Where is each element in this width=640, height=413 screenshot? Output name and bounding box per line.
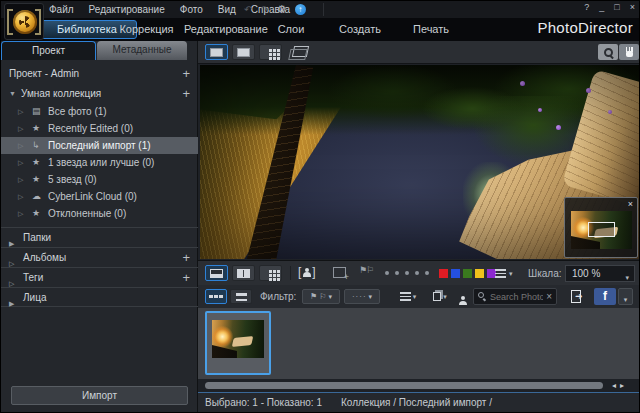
- redo-icon[interactable]: ↷: [260, 4, 268, 15]
- search-clear-icon[interactable]: ×: [546, 291, 552, 302]
- menu-photo[interactable]: Фото: [180, 4, 203, 15]
- add-tag-button[interactable]: +: [182, 268, 190, 288]
- expand-caret-icon[interactable]: ▷: [18, 103, 23, 120]
- pan-tool-button[interactable]: [619, 44, 639, 60]
- scrollbar-thumb[interactable]: [205, 382, 603, 389]
- tab-adjustment[interactable]: Коррекция: [114, 18, 179, 41]
- flag-picks-icons[interactable]: ⚑⚐: [359, 265, 373, 275]
- tree-item-label: 5 звезд (0): [48, 171, 97, 188]
- expand-caret-icon[interactable]: ▷: [18, 137, 23, 154]
- add-smart-collection-button[interactable]: +: [182, 85, 190, 102]
- smart-collection-header-row[interactable]: ▼ Умная коллекция +: [1, 85, 198, 102]
- expand-caret-icon[interactable]: ▷: [18, 154, 23, 171]
- layout-grid-button[interactable]: [259, 265, 282, 281]
- dropdown-caret-icon: ▾: [624, 296, 628, 303]
- tree-item-five-star[interactable]: ▷ ★ 5 звезд (0): [1, 171, 198, 188]
- rating-dot[interactable]: [395, 271, 399, 275]
- viewer-toolbar: [198, 41, 640, 64]
- color-label-blue[interactable]: [451, 269, 460, 278]
- rating-dot[interactable]: [405, 271, 409, 275]
- tab-edit[interactable]: Редактирование: [184, 18, 264, 41]
- section-tags[interactable]: ▷ Теги +: [1, 267, 198, 287]
- zoom-tool-button[interactable]: [598, 44, 618, 60]
- scrollbar-arrows[interactable]: ◂▸: [612, 380, 628, 391]
- help-button[interactable]: ?: [584, 2, 589, 12]
- tree-item-one-star[interactable]: ▷ ★ 1 звезда или лучше (0): [1, 154, 198, 171]
- view-grid-button[interactable]: [259, 44, 282, 60]
- sort-dropdown[interactable]: ▾: [394, 289, 422, 304]
- list-view-button[interactable]: [230, 289, 252, 304]
- settings-gear-icon[interactable]: ⚙: [277, 3, 287, 16]
- share-dropdown[interactable]: ▾: [618, 288, 633, 305]
- stack-dropdown[interactable]: ▾: [426, 289, 454, 304]
- add-region-button[interactable]: [333, 267, 346, 278]
- photo-viewer[interactable]: ×: [200, 65, 639, 259]
- navigator-panel: ×: [564, 197, 638, 258]
- color-label-yellow[interactable]: [475, 269, 484, 278]
- navigator-thumbnail[interactable]: [571, 211, 632, 249]
- expand-caret-icon[interactable]: ▷: [18, 120, 23, 137]
- update-notification-icon[interactable]: ↑: [295, 4, 306, 15]
- layout-compare-button[interactable]: [232, 265, 255, 281]
- section-caret-icon[interactable]: ▶: [9, 294, 14, 314]
- expand-caret-icon[interactable]: ▷: [18, 205, 23, 222]
- facebook-share-button[interactable]: f: [594, 288, 616, 305]
- tab-print[interactable]: Печать: [407, 18, 455, 41]
- tree-item-label: Все фото (1): [48, 103, 107, 120]
- tree-item-latest-import[interactable]: ▷ ↳ Последний импорт (1): [1, 137, 198, 154]
- section-albums[interactable]: ▷ Альбомы +: [1, 247, 198, 267]
- face-tag-button[interactable]: []: [298, 265, 316, 279]
- minimize-button[interactable]: _: [599, 2, 604, 12]
- add-album-button[interactable]: +: [182, 248, 190, 268]
- rating-filter-dropdown[interactable]: ···· ▾: [344, 289, 380, 304]
- view-browser-button[interactable]: [205, 44, 228, 60]
- rating-dot[interactable]: [385, 271, 389, 275]
- tab-project[interactable]: Проект: [1, 41, 96, 60]
- menu-edit[interactable]: Редактирование: [89, 4, 165, 15]
- close-button[interactable]: ×: [630, 2, 635, 12]
- main-area: × [] ⚑⚐: [198, 41, 640, 413]
- collapse-caret-icon[interactable]: ▼: [9, 85, 16, 102]
- flag-filter-dropdown[interactable]: ⚑⚐ ▾: [302, 289, 340, 304]
- add-project-button[interactable]: +: [182, 65, 190, 82]
- menu-view[interactable]: Вид: [218, 4, 236, 15]
- photo-toolbar: [] ⚑⚐ ▾ Шкала: 100 % ▾: [198, 260, 640, 285]
- thumbnail-view-button[interactable]: [205, 289, 227, 304]
- search-input[interactable]: [487, 292, 546, 302]
- rating-dot[interactable]: [415, 271, 419, 275]
- expand-caret-icon[interactable]: ▷: [18, 171, 23, 188]
- thumbnail-selected[interactable]: [205, 311, 271, 375]
- color-label-red[interactable]: [439, 269, 448, 278]
- thumbnail-photo[interactable]: [212, 320, 264, 358]
- dropdown-caret-icon: ▾: [328, 293, 332, 301]
- export-button[interactable]: [568, 289, 588, 305]
- undo-icon[interactable]: ↶: [244, 4, 252, 15]
- menu-file[interactable]: Файл: [49, 4, 74, 15]
- tree-item-rejected[interactable]: ▷ ★ Отклоненные (0): [1, 205, 198, 222]
- view-options-dropdown[interactable]: ▾: [495, 269, 513, 278]
- rating-dot[interactable]: [425, 271, 429, 275]
- star-rating-dots[interactable]: [385, 271, 429, 275]
- horizontal-scrollbar[interactable]: ◂▸: [198, 380, 640, 392]
- smart-tag-icon: ★: [32, 171, 40, 188]
- section-faces[interactable]: ▶ Лица: [1, 287, 198, 307]
- tree-item-all-photos[interactable]: ▷ ▤ Все фото (1): [1, 103, 198, 120]
- tab-metadata[interactable]: Метаданные: [97, 41, 187, 60]
- navigator-viewport-rect[interactable]: [588, 222, 615, 237]
- tag-people-button[interactable]: [458, 291, 467, 309]
- tab-layers[interactable]: Слои: [271, 18, 311, 41]
- maximize-button[interactable]: □: [614, 2, 619, 12]
- section-folders[interactable]: ▶ Папки: [1, 227, 198, 247]
- tab-create[interactable]: Создать: [334, 18, 386, 41]
- tree-item-recently-edited[interactable]: ▷ ★ Recently Edited (0): [1, 120, 198, 137]
- view-single-button[interactable]: [232, 44, 255, 60]
- import-button[interactable]: Импорт: [11, 386, 188, 405]
- layout-single-button[interactable]: [205, 265, 228, 281]
- expand-caret-icon[interactable]: ▷: [18, 188, 23, 205]
- navigator-close-icon[interactable]: ×: [628, 198, 633, 210]
- color-label-green[interactable]: [463, 269, 472, 278]
- search-box[interactable]: ×: [473, 288, 557, 305]
- tree-item-cyberlink-cloud[interactable]: ▷ ☁ CyberLink Cloud (0): [1, 188, 198, 205]
- zoom-scale-dropdown[interactable]: 100 % ▾: [565, 265, 635, 282]
- rotate-display-icon[interactable]: [292, 46, 309, 57]
